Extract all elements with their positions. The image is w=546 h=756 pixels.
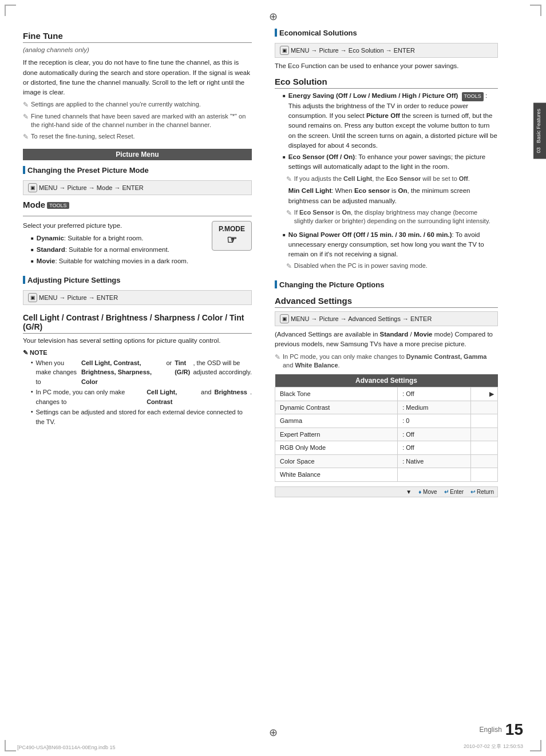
page-number: 15 [505, 721, 523, 739]
fine-tune-note-1: Settings are applied to the channel you'… [23, 100, 252, 110]
changing-preset-section: Changing the Preset Picture Mode [23, 166, 252, 177]
corner-mark-br [530, 740, 541, 751]
changing-options-title: Changing the Picture Options [279, 280, 384, 289]
remote-icon-adv: ▣ [280, 314, 289, 323]
row-label-gamma: Gamma [275, 414, 398, 428]
table-row-black-tone: Black Tone : Off ▶ [275, 387, 498, 401]
energy-tools-badge: TOOLS [462, 92, 484, 101]
tools-badge: TOOLS [47, 202, 69, 209]
adjusting-menu-cmd: ▣ MENU → Picture → ENTER [23, 290, 252, 305]
eco-solutions-header-title: Economical Solutions [279, 29, 357, 37]
table-footer-enter: ↵ Enter [444, 489, 464, 495]
table-row-rgb-only-mode: RGB Only Mode : Off [275, 441, 498, 455]
blue-bar-icon-eco [275, 29, 277, 37]
corner-mark-bl [5, 740, 16, 751]
date-info: 2010-07-02 오후 12:50:53 [464, 743, 523, 750]
corner-mark-tl [5, 5, 16, 16]
cell-light-note-1: When you make changes to Cell Light, Con… [31, 358, 252, 387]
row-label-black-tone: Black Tone [275, 387, 398, 401]
row-value-white-balance [398, 468, 471, 482]
right-column: Economical Solutions ▣ MENU → Picture → … [263, 23, 509, 733]
advanced-settings-note: In PC mode, you can only make changes to… [275, 353, 498, 370]
eco-sensor-note2: If Eco Sensor is On, the display brightn… [286, 208, 498, 226]
eco-energy-saving: Energy Saving (Off / Low / Medium / High… [283, 91, 498, 151]
row-value-dynamic-contrast: : Medium [398, 401, 471, 414]
cell-light-notes: When you make changes to Cell Light, Con… [23, 358, 252, 427]
page-language-label: English [479, 726, 501, 734]
table-row-expert-pattern: Expert Pattern : Off [275, 428, 498, 441]
remote-icon-2: ▣ [28, 293, 37, 302]
mode-item-standard: Standard: Suitable for a normal environm… [31, 245, 205, 255]
eco-solutions-header-section: Economical Solutions [275, 29, 498, 39]
eco-solutions-menu-cmd: ▣ MENU → Picture → Eco Solution → ENTER [275, 43, 498, 58]
changing-options-section: Changing the Picture Options [275, 280, 498, 291]
advanced-settings-menu-cmd: ▣ MENU → Picture → Advanced Settings → E… [275, 311, 498, 326]
eco-solution-title: Eco Solution [275, 77, 498, 89]
mode-title: Mode [23, 200, 45, 211]
eco-sensor: Eco Sensor (Off / On): To enhance your p… [283, 152, 498, 228]
mode-list: Dynamic: Suitable for a bright room. Sta… [23, 233, 205, 267]
chapter-sidebar-tab: 03 Basic Features [533, 103, 546, 159]
row-value-gamma: : 0 [398, 414, 471, 428]
crosshair-icon: ⊕ [269, 10, 278, 23]
row-label-dynamic-contrast: Dynamic Contrast [275, 401, 398, 414]
row-label-rgb-only-mode: RGB Only Mode [275, 441, 398, 455]
eco-sensor-note1: If you adjusts the Cell Light, the Eco S… [286, 175, 498, 184]
pmode-hand-icon: ☞ [218, 233, 246, 247]
row-value-expert-pattern: : Off [398, 428, 471, 441]
no-signal-note: Disabled when the PC is in power saving … [286, 262, 498, 271]
scroll-down-indicator: ▼ [406, 489, 412, 495]
page: ⊕ 03 Basic Features Fine Tune (analog ch… [0, 0, 546, 756]
row-label-color-space: Color Space [275, 454, 398, 468]
eco-solution-list: Energy Saving (Off / Low / Medium / High… [275, 91, 498, 274]
row-label-expert-pattern: Expert Pattern [275, 428, 398, 441]
adjusting-title: Adjusting Picture Settings [27, 276, 121, 284]
cell-light-title: Cell Light / Contrast / Brightness / Sha… [23, 313, 252, 334]
fine-tune-note-2: Fine tuned channels that have been saved… [23, 112, 252, 130]
table-header: Advanced Settings [275, 374, 498, 387]
pmode-label: P.MODE [218, 225, 246, 233]
fine-tune-title: Fine Tune [23, 31, 252, 43]
blue-bar-icon [23, 166, 25, 174]
note-label: ✎ NOTE [23, 349, 48, 356]
cell-light-body: Your television has several setting opti… [23, 336, 252, 346]
row-value-color-space: : Native [398, 454, 471, 468]
file-info: [PC490-USA]BN68-03114A-00Eng.indb 15 [17, 745, 116, 750]
adjusting-section: Adjusting Picture Settings [23, 276, 252, 287]
eco-no-signal: No Signal Power Off (Off / 15 min. / 30 … [283, 230, 498, 274]
picture-menu-bar: Picture Menu [23, 149, 252, 160]
table-footer-move: ♦ Move [418, 489, 437, 495]
row-label-white-balance: White Balance [275, 468, 398, 482]
cell-light-note-2: In PC mode, you can only make changes to… [31, 387, 252, 406]
mode-divider [23, 216, 252, 216]
blue-bar-icon-options [275, 280, 277, 288]
cell-light-note-3: Settings can be adjusted and stored for … [31, 407, 252, 426]
row-value-rgb-only-mode: : Off [398, 441, 471, 455]
table-row-white-balance: White Balance [275, 468, 498, 482]
mode-intro: Select your preferred picture type. [23, 221, 205, 231]
row-value-black-tone: : Off [398, 387, 471, 401]
content-area: Fine Tune (analog channels only) If the … [0, 23, 546, 733]
remote-icon-1: ▣ [28, 183, 37, 192]
table-footer: ▼ ♦ Move ↵ Enter ↩ Return [275, 486, 498, 497]
table-row-dynamic-contrast: Dynamic Contrast : Medium [275, 401, 498, 414]
fine-tune-subtitle: (analog channels only) [23, 45, 252, 55]
blue-bar-icon-2 [23, 276, 25, 284]
advanced-settings-body: (Advanced Settings are available in Stan… [275, 330, 498, 350]
table-row-color-space: Color Space : Native [275, 454, 498, 468]
mode-item-dynamic: Dynamic: Suitable for a bright room. [31, 233, 205, 243]
remote-icon-eco: ▣ [280, 46, 289, 55]
row-arrow-black-tone: ▶ [470, 387, 497, 401]
advanced-settings-table: Advanced Settings Black Tone : Off ▶ Dyn… [275, 374, 498, 482]
advanced-settings-title: Advanced Settings [275, 296, 498, 308]
mode-item-movie: Movie: Suitable for watching movies in a… [31, 256, 205, 266]
fine-tune-body: If the reception is clear, you do not ha… [23, 58, 252, 97]
fine-tune-note-3: To reset the fine-tuning, select Reset. [23, 132, 252, 142]
table-row-gamma: Gamma : 0 [275, 414, 498, 428]
pmode-box: P.MODE ☞ [212, 221, 252, 251]
eco-solutions-body: The Eco Function can be used to enhance … [275, 61, 498, 71]
changing-preset-title: Changing the Preset Picture Mode [27, 166, 149, 175]
page-number-area: English 15 [479, 721, 523, 739]
left-column: Fine Tune (analog channels only) If the … [6, 23, 263, 733]
table-footer-return: ↩ Return [470, 489, 494, 495]
